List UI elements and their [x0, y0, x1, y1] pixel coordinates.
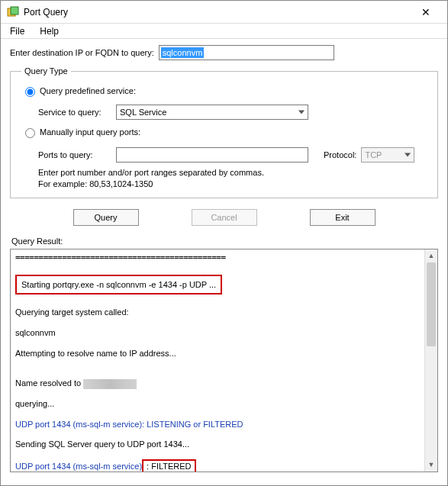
- window-title: Port Query: [24, 7, 411, 18]
- destination-row: Enter destination IP or FQDN to query: s…: [10, 45, 438, 60]
- close-button[interactable]: ✕: [411, 2, 441, 23]
- highlight-filtered: : FILTERED: [142, 459, 195, 471]
- result-line: Name resolved to: [15, 378, 420, 389]
- radio-predefined[interactable]: [25, 87, 35, 97]
- result-line: Sending SQL Server query to UDP port 143…: [15, 439, 420, 450]
- menu-help[interactable]: Help: [34, 24, 65, 38]
- ports-label: Ports to query:: [38, 150, 111, 159]
- radio-predefined-row[interactable]: Query predefined service:: [21, 85, 427, 97]
- query-result-text[interactable]: ========================================…: [11, 249, 424, 472]
- radio-manual-label: Manually input query ports:: [40, 127, 140, 137]
- title-bar: Port Query ✕: [1, 1, 447, 24]
- ports-hint: Enter port number and/or port ranges sep…: [38, 167, 427, 190]
- query-button[interactable]: Query: [73, 209, 139, 226]
- result-listening-line: UDP port 1434 (ms-sql-m service): LISTEN…: [15, 419, 420, 430]
- result-line: Querying target system called:: [15, 307, 420, 318]
- button-row: Query Cancel Exit: [10, 206, 438, 233]
- scroll-down-icon[interactable]: ▼: [425, 459, 437, 472]
- query-type-legend: Query Type: [21, 66, 71, 76]
- scroll-track[interactable]: [425, 262, 437, 459]
- redacted-ip: [83, 379, 137, 389]
- highlight-start-command: Starting portqry.exe -n sqlconnvm -e 143…: [15, 275, 222, 295]
- svg-rect-1: [11, 7, 18, 14]
- exit-button[interactable]: Exit: [310, 209, 375, 226]
- menu-bar: File Help: [1, 24, 447, 39]
- query-result-label: Query Result:: [11, 237, 438, 246]
- ports-row: Ports to query: Protocol: TCP: [38, 147, 427, 163]
- app-icon: [7, 6, 19, 18]
- result-scrollbar[interactable]: ▲ ▼: [424, 249, 437, 472]
- result-divider: ========================================…: [15, 253, 420, 264]
- scroll-up-icon[interactable]: ▲: [425, 249, 437, 262]
- ports-input[interactable]: [116, 147, 308, 163]
- destination-value: sqlconnvm: [161, 47, 205, 58]
- result-line: querying...: [15, 398, 420, 410]
- result-line: Attempting to resolve name to IP address…: [15, 348, 420, 359]
- destination-label: Enter destination IP or FQDN to query:: [10, 48, 154, 57]
- destination-input[interactable]: sqlconnvm: [159, 45, 334, 60]
- query-result-box: ========================================…: [10, 249, 438, 472]
- result-target: sqlconnvm: [15, 327, 420, 339]
- scroll-thumb[interactable]: [427, 262, 436, 346]
- service-select[interactable]: SQL Service: [116, 105, 308, 120]
- service-label: Service to query:: [38, 108, 111, 117]
- protocol-select[interactable]: TCP: [361, 147, 414, 163]
- query-type-group: Query Type Query predefined service: Ser…: [10, 66, 438, 198]
- cancel-button: Cancel: [192, 209, 257, 226]
- protocol-label: Protocol:: [324, 150, 356, 159]
- radio-manual-row[interactable]: Manually input query ports:: [21, 126, 427, 138]
- service-row: Service to query: SQL Service: [38, 105, 427, 120]
- menu-file[interactable]: File: [4, 24, 31, 38]
- result-filtered-line: UDP port 1434 (ms-sql-m service): FILTER…: [15, 459, 420, 471]
- radio-predefined-label: Query predefined service:: [40, 86, 136, 95]
- radio-manual[interactable]: [25, 128, 35, 138]
